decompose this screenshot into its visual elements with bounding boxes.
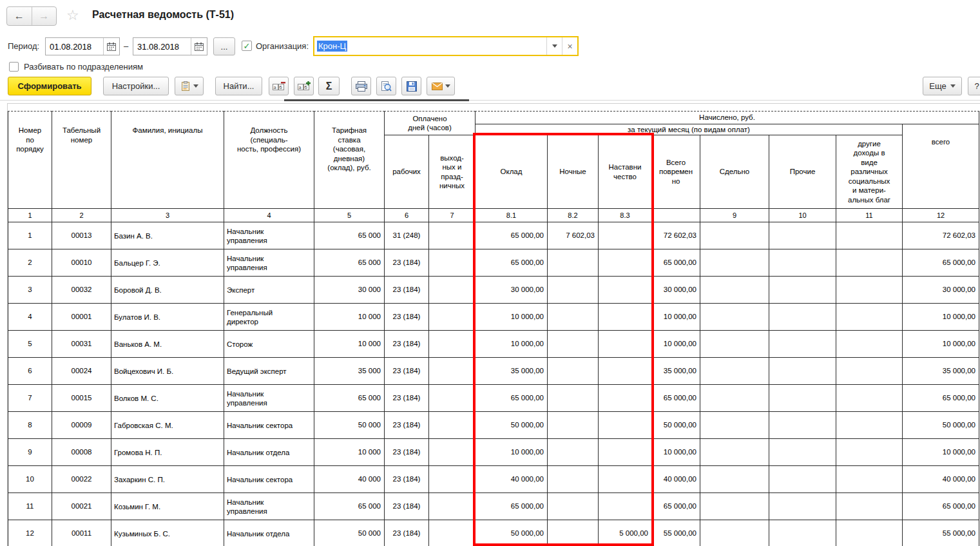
table-cell[interactable]: Волков М. С. — [111, 384, 224, 412]
table-cell[interactable]: 65 000,00 — [475, 249, 548, 277]
column-number-cell[interactable]: 8.2 — [547, 208, 599, 222]
table-cell[interactable]: Начальник отдела — [224, 520, 314, 546]
table-cell[interactable] — [836, 249, 903, 277]
column-number-cell[interactable]: 4 — [224, 208, 314, 222]
table-cell[interactable]: 50 000,00 — [902, 411, 979, 439]
table-cell[interactable] — [598, 492, 652, 520]
table-cell[interactable]: 10 000 — [314, 303, 385, 331]
table-cell[interactable]: 65 000,00 — [902, 249, 979, 277]
column-number-cell[interactable]: 3 — [111, 208, 224, 222]
header-current-month-group[interactable]: за текущий месяц (по видам оплат) — [475, 124, 903, 135]
table-cell[interactable] — [836, 411, 903, 439]
table-cell[interactable]: 40 000,00 — [475, 465, 548, 493]
header-working-days[interactable]: рабочих — [384, 135, 429, 209]
table-cell[interactable]: 55 000,00 — [651, 520, 700, 546]
table-cell[interactable]: 00009 — [52, 411, 111, 439]
table-cell[interactable] — [769, 465, 836, 493]
table-cell[interactable]: 9 — [8, 438, 52, 466]
table-cell[interactable] — [769, 520, 836, 546]
table-cell[interactable]: 23 (184) — [384, 411, 429, 439]
table-cell[interactable]: 35 000,00 — [902, 357, 979, 385]
table-cell[interactable]: 65 000,00 — [475, 384, 548, 412]
table-cell[interactable] — [836, 492, 903, 520]
table-cell[interactable]: 50 000 — [314, 520, 385, 546]
column-number-cell[interactable]: 8.3 — [598, 208, 652, 222]
header-other-income[interactable]: другие доходы в виде различных социальны… — [836, 135, 903, 209]
date-to-value[interactable]: 31.08.2018 — [133, 38, 191, 55]
expand-groups-button[interactable]: а б — [294, 77, 314, 95]
table-cell[interactable]: Начальник управления — [224, 492, 314, 520]
table-cell[interactable] — [769, 384, 836, 412]
date-from-value[interactable]: 01.08.2018 — [46, 38, 103, 55]
table-cell[interactable] — [598, 249, 652, 277]
table-cell[interactable]: 10 000 — [314, 330, 385, 358]
table-cell[interactable] — [428, 411, 476, 439]
table-cell[interactable] — [598, 222, 652, 249]
table-cell[interactable] — [769, 357, 836, 385]
table-cell[interactable]: 23 (184) — [384, 303, 429, 331]
table-cell[interactable]: 8 — [8, 411, 52, 439]
table-cell[interactable]: 65 000,00 — [651, 384, 700, 412]
table-cell[interactable]: 00001 — [52, 303, 111, 331]
table-cell[interactable] — [428, 465, 476, 493]
table-cell[interactable] — [769, 303, 836, 331]
table-cell[interactable]: 30 000,00 — [475, 276, 548, 304]
table-cell[interactable] — [547, 520, 599, 546]
table-cell[interactable] — [700, 303, 769, 331]
table-cell[interactable]: 55 000,00 — [902, 520, 979, 546]
table-cell[interactable]: 65 000 — [314, 384, 385, 412]
table-cell[interactable]: 65 000 — [314, 222, 385, 249]
table-cell[interactable]: 6 — [8, 357, 52, 385]
table-cell[interactable] — [547, 411, 599, 439]
table-cell[interactable]: Бальцер Г. Э. — [111, 249, 224, 277]
table-cell[interactable]: 65 000,00 — [651, 492, 700, 520]
table-cell[interactable]: 10 000,00 — [651, 438, 700, 466]
table-cell[interactable]: 00032 — [52, 276, 111, 304]
table-cell[interactable] — [598, 330, 652, 358]
table-cell[interactable] — [598, 276, 652, 304]
table-cell[interactable]: Ваньков А. М. — [111, 330, 224, 358]
sum-button[interactable]: Σ — [318, 77, 340, 95]
table-cell[interactable]: 4 — [8, 303, 52, 331]
date-to-calendar-button[interactable] — [191, 38, 207, 55]
table-cell[interactable]: Габровская С. М. — [111, 411, 224, 439]
back-button[interactable]: ← — [7, 7, 32, 25]
table-cell[interactable] — [547, 249, 599, 277]
settings-button[interactable]: Настройки... — [103, 77, 169, 95]
table-cell[interactable] — [428, 303, 476, 331]
header-total-time-based[interactable]: Всего повремен но — [651, 135, 700, 209]
table-cell[interactable] — [547, 303, 599, 331]
table-cell[interactable]: 10 000 — [314, 438, 385, 466]
table-cell[interactable]: 10 000,00 — [651, 303, 700, 331]
table-cell[interactable] — [428, 330, 476, 358]
table-cell[interactable]: 40 000 — [314, 465, 385, 493]
table-cell[interactable]: 3 — [8, 276, 52, 304]
column-number-cell[interactable]: 10 — [769, 208, 836, 222]
table-cell[interactable]: 10 000,00 — [902, 303, 979, 331]
table-cell[interactable]: 5 000,00 — [598, 520, 652, 546]
table-cell[interactable]: 10 000,00 — [902, 438, 979, 466]
column-number-cell[interactable]: 11 — [836, 208, 903, 222]
table-cell[interactable]: Начальник сектора — [224, 465, 314, 493]
table-cell[interactable]: 23 (184) — [384, 465, 429, 493]
table-cell[interactable]: 30 000,00 — [651, 276, 700, 304]
report-variants-button[interactable] — [175, 77, 204, 95]
print-button[interactable] — [351, 77, 371, 95]
table-cell[interactable]: 72 602,03 — [902, 222, 979, 249]
table-cell[interactable] — [769, 222, 836, 249]
table-cell[interactable] — [428, 520, 476, 546]
header-mentoring[interactable]: Наставни чество — [598, 135, 652, 209]
table-cell[interactable] — [428, 222, 476, 249]
table-cell[interactable] — [769, 249, 836, 277]
header-night[interactable]: Ночные — [547, 135, 599, 209]
table-cell[interactable] — [547, 465, 599, 493]
table-cell[interactable]: 30 000 — [314, 276, 385, 304]
table-cell[interactable]: 00013 — [52, 222, 111, 249]
table-cell[interactable] — [700, 465, 769, 493]
table-cell[interactable]: 5 — [8, 330, 52, 358]
column-number-cell[interactable]: 5 — [314, 208, 385, 222]
generate-button[interactable]: Сформировать — [8, 77, 91, 95]
table-cell[interactable]: 40 000,00 — [651, 465, 700, 493]
table-cell[interactable]: 10 000,00 — [902, 330, 979, 358]
header-total[interactable]: всего — [902, 124, 979, 209]
